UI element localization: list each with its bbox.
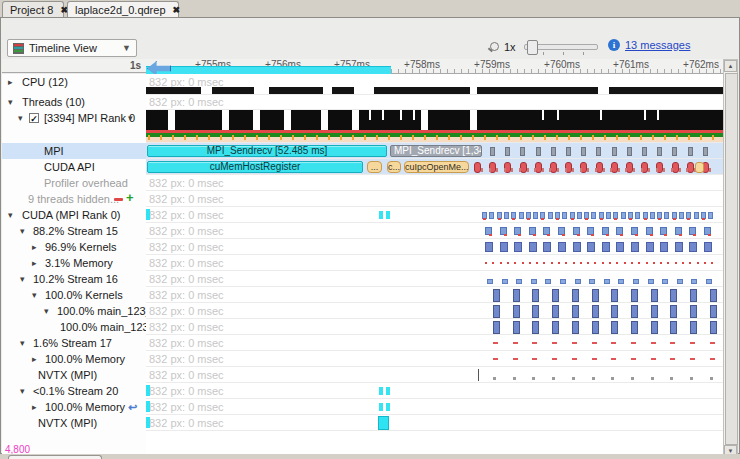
event-mark[interactable] <box>512 218 515 220</box>
event-mark[interactable] <box>592 305 599 318</box>
event-mark[interactable] <box>552 321 559 334</box>
nvtx-range-mark[interactable] <box>379 211 383 219</box>
sidebar-row[interactable]: ▸96.9% Kernels <box>2 239 146 255</box>
event-mark[interactable] <box>505 147 510 156</box>
event-mark[interactable] <box>703 147 708 156</box>
nvtx-range-mark[interactable] <box>386 211 390 219</box>
event-mark[interactable] <box>700 135 702 140</box>
event-mark[interactable] <box>712 135 714 140</box>
event-mark[interactable] <box>631 377 634 380</box>
event-bar[interactable]: MPI_Sendrecv [1,341 ... <box>390 145 482 157</box>
event-mark[interactable] <box>550 162 557 173</box>
event-mark[interactable] <box>616 262 618 264</box>
event-mark[interactable] <box>532 342 537 344</box>
sidebar-row[interactable]: NVTX (MPI) <box>2 367 146 383</box>
event-mark[interactable] <box>679 212 684 219</box>
event-mark[interactable] <box>672 162 679 173</box>
event-mark[interactable] <box>481 168 483 172</box>
event-mark[interactable] <box>493 377 496 380</box>
event-bar[interactable]: cuIpcOpenMe... <box>404 161 469 173</box>
event-mark[interactable] <box>592 342 597 344</box>
event-mark[interactable] <box>531 279 537 284</box>
event-mark[interactable] <box>675 242 683 252</box>
messages-link[interactable]: 13 messages <box>625 39 690 51</box>
tab-project-8[interactable]: Project 8✖ <box>2 1 64 17</box>
event-mark[interactable] <box>513 289 520 302</box>
event-mark[interactable] <box>542 168 544 172</box>
event-mark[interactable] <box>532 135 534 140</box>
event-mark[interactable] <box>653 262 655 264</box>
event-mark[interactable] <box>388 135 390 140</box>
event-mark[interactable] <box>573 262 575 264</box>
event-mark[interactable] <box>662 279 668 284</box>
event-mark[interactable] <box>208 135 210 140</box>
event-mark[interactable] <box>504 234 507 236</box>
event-mark[interactable] <box>587 242 595 252</box>
event-mark[interactable] <box>551 262 553 264</box>
expander-down-icon[interactable]: ▾ <box>20 271 25 287</box>
sidebar-row[interactable]: ▾100.0% main_123_gpu <box>2 303 146 319</box>
vertical-scrollbar[interactable]: ▲ ▼ <box>723 59 738 458</box>
event-mark[interactable] <box>519 168 521 172</box>
event-mark[interactable] <box>543 242 551 252</box>
event-mark[interactable] <box>552 377 555 380</box>
event-mark[interactable] <box>631 242 639 252</box>
event-mark[interactable] <box>492 262 494 264</box>
expander-right-icon[interactable]: ▸ <box>8 74 13 90</box>
nvtx-range-mark[interactable] <box>379 387 383 395</box>
event-mark[interactable] <box>611 321 618 334</box>
event-mark[interactable] <box>485 262 487 264</box>
track-row[interactable]: 832 px: 0 msec <box>146 207 723 223</box>
sidebar-row[interactable]: ▾Threads (10) <box>2 95 146 110</box>
event-mark[interactable] <box>552 342 557 344</box>
event-mark[interactable] <box>519 212 524 219</box>
event-mark[interactable] <box>508 135 510 140</box>
event-mark[interactable] <box>611 342 616 344</box>
event-mark[interactable] <box>690 377 693 380</box>
expander-down-icon[interactable]: ▾ <box>18 110 23 126</box>
event-mark[interactable] <box>625 168 627 172</box>
event-mark[interactable] <box>697 262 699 264</box>
event-mark[interactable] <box>572 289 579 302</box>
event-mark[interactable] <box>328 135 330 140</box>
event-mark[interactable] <box>602 242 610 252</box>
event-mark[interactable] <box>280 135 282 140</box>
event-mark[interactable] <box>364 135 366 140</box>
sidebar-row[interactable]: 100.0% main_123_gpu <box>2 319 146 335</box>
nvtx-range-mark[interactable] <box>379 403 383 411</box>
sidebar-row[interactable]: MPI <box>2 143 146 159</box>
event-mark[interactable] <box>626 162 633 173</box>
event-mark[interactable] <box>500 262 502 264</box>
event-mark[interactable] <box>602 262 604 264</box>
event-mark[interactable] <box>566 147 571 156</box>
event-mark[interactable] <box>642 147 647 156</box>
expander-right-icon[interactable]: ▸ <box>32 351 37 367</box>
sidebar-row[interactable]: 9 threads hidden...+ <box>2 191 146 207</box>
event-mark[interactable] <box>587 262 589 264</box>
event-mark[interactable] <box>535 162 542 173</box>
row-checkbox[interactable]: ✓ <box>29 113 39 123</box>
event-mark[interactable] <box>490 147 495 156</box>
event-mark[interactable] <box>580 168 582 172</box>
track-row[interactable]: 832 px: 0 msec <box>146 175 723 191</box>
event-mark[interactable] <box>552 358 557 360</box>
event-mark[interactable] <box>596 162 603 173</box>
event-mark[interactable] <box>611 305 618 318</box>
track-row[interactable]: 832 px: 0 msec <box>146 255 723 271</box>
track-row[interactable]: 832 px: 0 msec <box>146 399 723 415</box>
sidebar-row[interactable]: ▾88.2% Stream 15 <box>2 223 146 239</box>
event-mark[interactable] <box>562 234 565 236</box>
event-mark[interactable] <box>658 218 661 220</box>
event-mark[interactable] <box>614 218 617 220</box>
event-mark[interactable] <box>511 168 513 172</box>
event-mark[interactable] <box>660 242 668 252</box>
event-mark[interactable] <box>534 168 536 172</box>
event-mark[interactable] <box>316 135 318 140</box>
track-row[interactable]: 832 px: 0 msec <box>146 415 723 431</box>
clipped-event-mark[interactable] <box>146 209 150 220</box>
event-mark[interactable] <box>541 218 544 220</box>
track-row[interactable]: 832 px: 0 msec <box>146 95 723 110</box>
event-mark[interactable] <box>640 135 642 140</box>
event-mark[interactable] <box>631 289 638 302</box>
event-mark[interactable] <box>558 242 566 252</box>
